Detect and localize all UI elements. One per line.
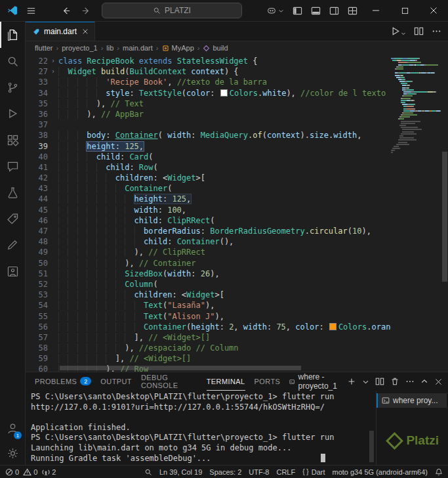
minimize-button[interactable] (361, 0, 390, 21)
code-line[interactable]: 59 ], // <Widget>[] (26, 353, 391, 364)
code-line[interactable]: 53 children: <Widget>[ (26, 290, 391, 300)
line-number[interactable]: 52 (26, 279, 48, 290)
tab-main-dart[interactable]: main.dart (26, 22, 95, 41)
code-line[interactable]: 42 children: <Widget>[ (26, 173, 391, 183)
line-number[interactable]: 48 (26, 236, 48, 247)
search-status[interactable] (144, 468, 152, 476)
sidebar-item-source-control[interactable] (0, 74, 25, 100)
tab-ports[interactable]: PORTS (255, 372, 281, 391)
command-center-search[interactable]: PLATZI (102, 3, 242, 18)
sidebar-item-references[interactable] (0, 206, 25, 232)
new-terminal-button[interactable] (347, 377, 356, 386)
code-line[interactable]: 41 child: Row( (26, 162, 391, 173)
line-number[interactable]: 43 (26, 183, 48, 194)
breadcrumb-folder[interactable]: proyecto_1 (62, 44, 97, 52)
code-line[interactable]: 58 ), //espaciado // Column (26, 343, 391, 353)
toggle-sidebar-right-button[interactable] (329, 6, 339, 16)
line-number[interactable]: 59 (26, 353, 48, 364)
accounts-button[interactable]: 1 (0, 415, 25, 441)
cursor-position[interactable]: Ln 39, Col 19 (159, 468, 202, 476)
breadcrumb-method[interactable]: build (203, 44, 228, 52)
split-terminal-button[interactable] (375, 377, 384, 386)
encoding-status[interactable]: UTF-8 (249, 468, 269, 476)
line-number[interactable]: 46 (26, 215, 48, 226)
editor[interactable]: 22›class RecipeBook extends StatelessWid… (26, 54, 448, 372)
line-number[interactable]: 57 (26, 332, 48, 343)
line-number[interactable]: 40 (26, 152, 48, 162)
menu-icon[interactable] (26, 6, 36, 16)
sidebar-item-extensions[interactable] (0, 127, 25, 153)
toggle-panel-button[interactable] (311, 6, 321, 16)
line-number[interactable]: 51 (26, 269, 48, 279)
fold-collapsed-icon[interactable]: › (48, 66, 58, 77)
errors-status[interactable]: 0 (5, 468, 19, 476)
terminal-tab-item[interactable]: where proy... (377, 393, 447, 408)
code-line[interactable]: 52 Column( (26, 279, 391, 290)
breadcrumb-file[interactable]: main.dart (123, 44, 153, 52)
line-number[interactable]: 45 (26, 205, 48, 215)
terminal-selector[interactable]: where - proyecto_1 (289, 372, 341, 391)
code-line[interactable]: 27› Widget build(BuildContext context) { (26, 66, 391, 77)
code-line[interactable]: 38 body: Container( width: MediaQuery.of… (26, 130, 391, 141)
line-number[interactable]: 49 (26, 247, 48, 257)
line-number[interactable]: 39 (26, 141, 48, 152)
split-editor-button[interactable] (414, 26, 424, 36)
close-panel-button[interactable] (434, 378, 443, 386)
sidebar-item-chat[interactable] (0, 153, 25, 179)
sidebar-item-testing[interactable] (0, 179, 25, 206)
code-line[interactable]: 22›class RecipeBook extends StatelessWid… (26, 56, 391, 66)
line-number[interactable]: 36 (26, 109, 48, 120)
tab-output[interactable]: OUTPUT (100, 372, 132, 391)
code-area[interactable]: 22›class RecipeBook extends StatelessWid… (26, 54, 391, 372)
sidebar-item-edit[interactable] (0, 232, 25, 258)
line-number[interactable]: 34 (26, 88, 48, 98)
code-line[interactable]: 36 ), // AppBar (26, 109, 391, 120)
code-line[interactable]: 46 child: ClipRRect( (26, 215, 391, 226)
code-line[interactable]: 40 child: Card( (26, 152, 391, 162)
device-selector[interactable]: moto g34 5G (android-arm64) (332, 468, 428, 476)
customize-layout-button[interactable] (348, 6, 357, 16)
back-arrow-icon[interactable] (61, 6, 71, 16)
run-file-button[interactable] (390, 26, 406, 36)
more-actions-button[interactable] (432, 26, 441, 36)
code-line[interactable]: 51 SizedBox(width: 26), (26, 269, 391, 279)
terminal-scrollbar[interactable] (369, 431, 374, 462)
line-number[interactable]: 38 (26, 130, 48, 141)
code-line[interactable]: 37 (26, 120, 391, 130)
tab-close-icon[interactable] (82, 28, 89, 35)
line-number[interactable]: 60 (26, 364, 48, 372)
line-number[interactable]: 41 (26, 162, 48, 173)
code-line[interactable]: 33 'Recipe Book', //texto de la barra (26, 77, 391, 87)
language-status[interactable]: { } Dart (302, 468, 325, 476)
code-line[interactable]: 43 Container( (26, 183, 391, 194)
code-line[interactable]: 57 ], // <Widget>[] (26, 332, 391, 343)
maximize-button[interactable] (390, 0, 419, 21)
code-line[interactable]: 35 ), // Text (26, 98, 391, 109)
code-line[interactable]: 45 width: 100, (26, 205, 391, 215)
line-number[interactable]: 22 (26, 56, 48, 66)
sidebar-item-explorer[interactable] (0, 22, 25, 48)
line-number[interactable]: 37 (26, 120, 48, 130)
terminal-dropdown-chevron[interactable] (362, 378, 369, 385)
code-line[interactable]: 48 child: Container(), (26, 236, 391, 247)
terminal-output[interactable]: PS C:\Users\santo\Desktop\PLATZI\flutter… (26, 391, 376, 465)
fold-collapsed-icon[interactable]: › (48, 56, 58, 66)
code-line[interactable]: 55 Text("Alison J"), (26, 311, 391, 322)
breadcrumb-folder[interactable]: lib (106, 44, 113, 52)
line-number[interactable]: 35 (26, 98, 48, 109)
panel-more-button[interactable] (405, 377, 415, 386)
code-line[interactable]: 56 Container(height: 2, width: 75, color… (26, 322, 391, 332)
maximize-panel-button[interactable] (420, 378, 428, 385)
toggle-sidebar-left-button[interactable] (293, 6, 302, 16)
code-line[interactable]: 49 ), // ClipRRect (26, 247, 391, 257)
breadcrumb-folder[interactable]: flutter (35, 44, 53, 52)
indentation-status[interactable]: Spaces: 2 (209, 468, 241, 476)
code-line[interactable]: 54 Text("Lasaña"), (26, 300, 391, 311)
line-number[interactable]: 54 (26, 300, 48, 311)
line-number[interactable]: 58 (26, 343, 48, 353)
tab-terminal[interactable]: TERMINAL (207, 372, 245, 391)
editor-vertical-scrollbar[interactable] (441, 54, 448, 372)
ports-status[interactable]: 2 (42, 468, 56, 476)
line-number[interactable]: 44 (26, 194, 48, 204)
warnings-status[interactable]: 0 (23, 468, 37, 476)
